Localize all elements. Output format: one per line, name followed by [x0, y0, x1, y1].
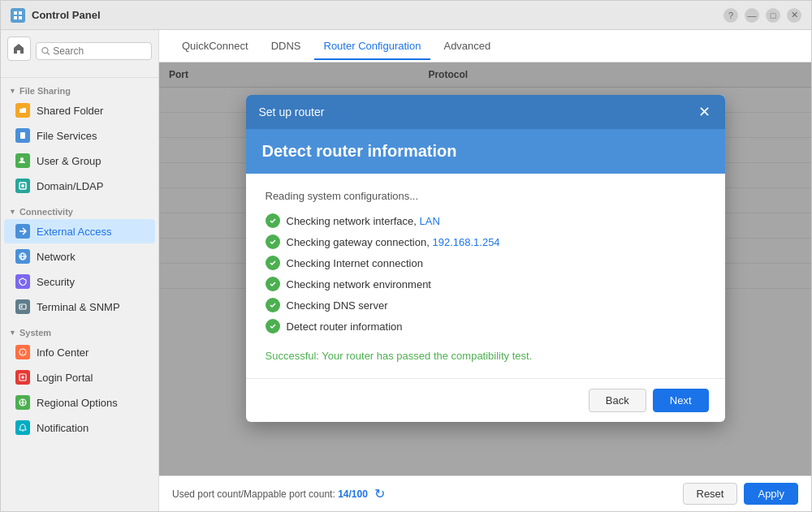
check-text-gateway: Checking gateway connection, 192.168.1.2…: [287, 236, 500, 248]
refresh-icon[interactable]: ↻: [374, 486, 385, 501]
home-button[interactable]: [7, 37, 31, 61]
check-icon-gateway: [266, 234, 280, 249]
lan-link[interactable]: LAN: [420, 215, 440, 227]
svg-line-5: [47, 53, 50, 55]
terminal-snmp-label: Terminal & SNMP: [37, 301, 120, 313]
svg-rect-1: [19, 11, 22, 15]
dialog-footer: Back Next: [246, 378, 725, 422]
check-item-router-info: Detect router information: [266, 319, 706, 333]
security-icon: [15, 274, 30, 289]
maximize-button[interactable]: □: [766, 8, 780, 23]
svg-point-9: [20, 157, 24, 161]
apply-button[interactable]: Apply: [744, 483, 798, 505]
svg-point-4: [41, 48, 47, 54]
reset-button[interactable]: Reset: [683, 483, 738, 505]
login-portal-icon: [15, 370, 30, 385]
login-portal-label: Login Portal: [37, 372, 93, 384]
sidebar-item-login-portal[interactable]: Login Portal: [4, 365, 155, 389]
dialog-header: Detect router information: [246, 129, 725, 174]
svg-text:i: i: [22, 351, 23, 355]
file-sharing-section[interactable]: ▼ File Sharing: [1, 81, 158, 97]
security-label: Security: [37, 276, 75, 288]
external-access-label: External Access: [37, 226, 112, 238]
sidebar-item-terminal-snmp[interactable]: Terminal & SNMP: [4, 295, 155, 319]
dialog-close-button[interactable]: ✕: [697, 105, 712, 119]
connectivity-group: ▼ Connectivity External Access Network: [1, 202, 158, 320]
check-icon-network-env: [266, 277, 280, 291]
titlebar: Control Panel ? — □ ✕: [1, 1, 811, 30]
modal-overlay: Set up router ✕ Detect router informatio…: [159, 62, 811, 475]
tab-router-config[interactable]: Router Configuration: [314, 33, 431, 60]
check-item-network-env: Checking network environment: [266, 277, 706, 291]
domain-icon: [15, 179, 30, 193]
svg-rect-0: [14, 11, 17, 15]
notification-icon: [15, 420, 30, 435]
sidebar-item-domain-ldap[interactable]: Domain/LDAP: [4, 174, 155, 198]
bottom-bar: Used port count/Mappable port count: 14/…: [159, 475, 811, 511]
check-text-internet: Checking Internet connection: [287, 257, 423, 269]
table-area: Port Protocol TCP TCP TCP TCP TCP TCP TC…: [159, 62, 811, 475]
sidebar-item-external-access[interactable]: External Access: [4, 219, 155, 243]
check-item-internet: Checking Internet connection: [266, 256, 706, 270]
svg-rect-3: [19, 16, 22, 19]
tabs-bar: QuickConnect DDNS Router Configuration A…: [159, 30, 811, 62]
sidebar-top: [1, 30, 158, 78]
gateway-link[interactable]: 192.168.1.254: [432, 236, 499, 248]
terminal-icon: [15, 299, 30, 314]
sidebar-item-security[interactable]: Security: [4, 269, 155, 294]
tab-quickconnect[interactable]: QuickConnect: [172, 33, 258, 60]
back-button[interactable]: Back: [589, 389, 646, 412]
close-button[interactable]: ✕: [787, 8, 801, 23]
sidebar-item-file-services[interactable]: File Services: [4, 123, 155, 148]
system-section[interactable]: ▼ System: [1, 323, 158, 339]
minimize-button[interactable]: —: [745, 8, 759, 23]
check-item-network-interface: Checking network interface, LAN: [266, 213, 706, 228]
dialog-titlebar: Set up router ✕: [246, 95, 725, 129]
check-text-network-env: Checking network environment: [287, 278, 431, 290]
sidebar-item-notification[interactable]: Notification: [4, 415, 155, 440]
success-message: Successful: Your router has passed the c…: [266, 350, 706, 362]
regional-options-label: Regional Options: [37, 397, 118, 409]
network-icon: [15, 249, 30, 264]
file-services-icon: [15, 128, 30, 143]
check-text-dns: Checking DNS server: [287, 299, 388, 312]
check-icon-network-interface: [266, 213, 280, 228]
info-center-label: Info Center: [37, 346, 89, 359]
check-item-dns: Checking DNS server: [266, 298, 706, 312]
svg-rect-2: [14, 16, 17, 19]
sidebar-item-regional-options[interactable]: Regional Options: [4, 390, 155, 415]
tab-ddns[interactable]: DDNS: [261, 33, 311, 60]
file-sharing-group: ▼ File Sharing Shared Folder File Servic…: [1, 81, 158, 199]
sidebar-item-shared-folder[interactable]: Shared Folder: [4, 98, 155, 123]
caret-icon-3: ▼: [9, 329, 16, 337]
domain-ldap-label: Domain/LDAP: [37, 180, 103, 192]
user-group-icon: [15, 153, 30, 168]
control-panel-window: Control Panel ? — □ ✕: [0, 0, 812, 512]
dialog-title: Set up router: [259, 105, 325, 118]
content-area: QuickConnect DDNS Router Configuration A…: [159, 30, 811, 511]
next-button[interactable]: Next: [653, 389, 709, 412]
tab-advanced[interactable]: Advanced: [434, 33, 500, 60]
connectivity-section[interactable]: ▼ Connectivity: [1, 202, 158, 218]
dialog-body: Reading system configurations... Checkin…: [246, 174, 725, 378]
search-input[interactable]: [53, 45, 146, 57]
port-count-text: Used port count/Mappable port count: 14/…: [172, 488, 368, 500]
user-group-label: User & Group: [37, 155, 101, 167]
sidebar-item-info-center[interactable]: i Info Center: [4, 340, 155, 364]
check-icon-router-info: [266, 319, 280, 333]
check-text-network-interface: Checking network interface, LAN: [287, 215, 440, 227]
file-sharing-label: File Sharing: [19, 86, 71, 96]
bottom-actions: Reset Apply: [683, 483, 799, 505]
help-button[interactable]: ?: [723, 8, 738, 23]
window-title: Control Panel: [32, 9, 717, 21]
dialog-header-title: Detect router information: [262, 142, 709, 161]
external-access-icon: [15, 224, 30, 239]
check-item-gateway: Checking gateway connection, 192.168.1.2…: [266, 234, 706, 249]
regional-icon: [15, 395, 30, 410]
file-services-label: File Services: [37, 130, 97, 142]
sidebar: ▼ File Sharing Shared Folder File Servic…: [1, 30, 159, 511]
sidebar-item-user-group[interactable]: User & Group: [4, 148, 155, 173]
caret-icon-2: ▼: [9, 208, 16, 216]
reading-text: Reading system configurations...: [266, 190, 706, 202]
sidebar-item-network[interactable]: Network: [4, 244, 155, 269]
